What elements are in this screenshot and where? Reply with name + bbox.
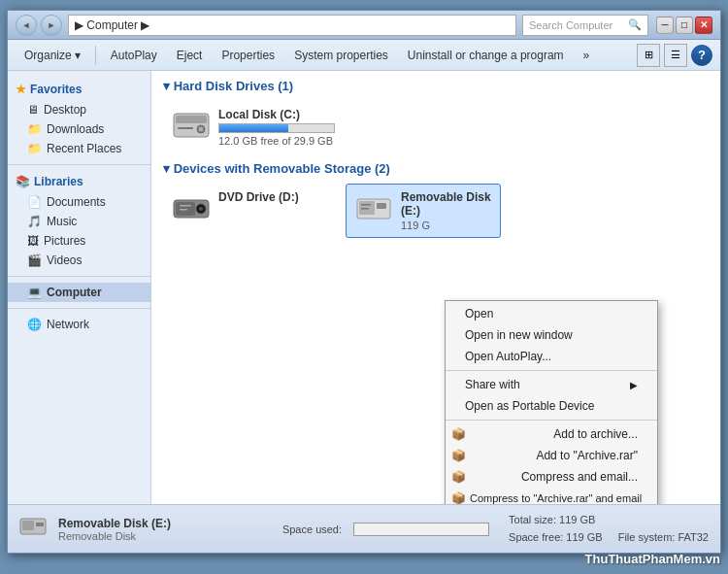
music-icon: 🎵 (27, 215, 42, 228)
breadcrumb[interactable]: ▶ Computer ▶ (68, 15, 516, 36)
main-area: ★ Favorites 🖥 Desktop 📁 Downloads 📁 Rece… (8, 71, 720, 504)
removable-chevron: ▾ (163, 161, 174, 176)
sidebar-item-videos[interactable]: 🎬 Videos (8, 251, 150, 270)
sidebar-item-documents[interactable]: 📄 Documents (8, 192, 150, 212)
status-disk-name: Removable Disk (E:) (58, 517, 271, 530)
breadcrumb-text: ▶ Computer ▶ (75, 18, 149, 32)
removable-disk-item[interactable]: Removable Disk (E:) 119 G (346, 184, 501, 238)
ctx-compress-archive-email[interactable]: 📦 Compress to "Archive.rar" and email (446, 488, 657, 504)
documents-icon: 📄 (27, 195, 42, 209)
sidebar-item-pictures[interactable]: 🖼 Pictures (8, 231, 150, 251)
music-label: Music (47, 215, 77, 228)
winrar-icon-1: 📦 (451, 427, 466, 441)
sidebar-item-computer[interactable]: 💻 Computer (8, 283, 150, 302)
sidebar: ★ Favorites 🖥 Desktop 📁 Downloads 📁 Rece… (8, 71, 151, 504)
hdd-icon (172, 108, 211, 143)
ctx-open-autoplay[interactable]: Open AutoPlay... (446, 346, 657, 367)
local-disk-fill (219, 124, 288, 132)
ctx-sep-2 (446, 420, 657, 421)
favorites-section: ★ Favorites 🖥 Desktop 📁 Downloads 📁 Rece… (8, 79, 150, 158)
window-controls: ─ □ ✕ (656, 17, 712, 34)
sidebar-item-recent[interactable]: 📁 Recent Places (8, 139, 150, 158)
svg-point-3 (199, 127, 203, 131)
removable-disk-info: Removable Disk (E:) 119 G (401, 190, 492, 231)
ctx-open[interactable]: Open (446, 303, 657, 324)
local-disk-item[interactable]: Local Disk (C:) 12.0 GB free of 29.9 GB (163, 101, 709, 153)
view-options-button[interactable]: ⊞ (637, 44, 660, 67)
computer-section: 💻 Computer (8, 283, 150, 302)
status-details: Total size: 119 GB Space free: 119 GB Fi… (509, 512, 709, 546)
organize-chevron: ▾ (75, 49, 81, 62)
pictures-label: Pictures (44, 234, 85, 248)
toolbar-separator-1 (95, 46, 96, 65)
ctx-add-archive-rar[interactable]: 📦 Add to "Archive.rar" (446, 445, 657, 466)
desktop-icon: 🖥 (27, 103, 39, 117)
svg-rect-13 (377, 203, 386, 209)
uninstall-button[interactable]: Uninstall or change a program (399, 45, 573, 66)
computer-icon: 💻 (27, 286, 42, 299)
sidebar-item-music[interactable]: 🎵 Music (8, 212, 150, 231)
close-button[interactable]: ✕ (695, 17, 712, 34)
sidebar-item-network[interactable]: 🌐 Network (8, 315, 150, 334)
sidebar-divider-2 (8, 276, 150, 277)
favorites-header[interactable]: ★ Favorites (8, 79, 150, 100)
search-icon: 🔍 (628, 18, 642, 31)
videos-label: Videos (47, 253, 82, 267)
more-button[interactable]: » (575, 45, 599, 66)
computer-label: Computer (47, 286, 102, 299)
help-button[interactable]: ? (691, 45, 712, 66)
eject-button[interactable]: Eject (168, 45, 212, 66)
svg-rect-1 (176, 116, 207, 123)
autoplay-button[interactable]: AutoPlay (102, 45, 166, 66)
sidebar-item-downloads[interactable]: 📁 Downloads (8, 119, 150, 139)
desktop-label: Desktop (44, 103, 86, 117)
hard-disk-section-title[interactable]: ▾ Hard Disk Drives (1) (163, 79, 709, 93)
ctx-portable-device[interactable]: Open as Portable Device (446, 395, 657, 417)
search-box[interactable]: Search Computer 🔍 (522, 15, 648, 36)
properties-button[interactable]: Properties (213, 45, 283, 66)
dvd-drive-item[interactable]: DVD Drive (D:) (163, 184, 338, 232)
removable-disk-icon (354, 190, 393, 225)
winrar-icon-2: 📦 (451, 449, 466, 462)
pictures-icon: 🖼 (27, 234, 39, 248)
dvd-icon (172, 190, 211, 225)
local-disk-name: Local Disk (C:) (218, 108, 700, 121)
svg-rect-4 (178, 127, 193, 129)
view-toggle-button[interactable]: ☰ (664, 44, 687, 67)
recent-label: Recent Places (47, 142, 121, 155)
ctx-compress-email[interactable]: 📦 Compress and email... (446, 466, 657, 488)
forward-button[interactable]: ► (41, 15, 62, 36)
filesystem-label: File system: FAT32 (618, 529, 709, 547)
ctx-share-with[interactable]: Share with ▶ (446, 374, 657, 395)
sidebar-item-desktop[interactable]: 🖥 Desktop (8, 100, 150, 119)
libraries-label: Libraries (34, 175, 83, 188)
status-space-bar (353, 523, 489, 536)
toolbar-right: ⊞ ☰ ? (637, 44, 712, 67)
system-properties-button[interactable]: System properties (285, 45, 397, 66)
removable-section-title[interactable]: ▾ Devices with Removable Storage (2) (163, 161, 709, 176)
status-space-used-label: Space used: (282, 523, 342, 535)
maximize-button[interactable]: □ (676, 17, 693, 34)
svg-point-8 (199, 207, 203, 211)
svg-rect-14 (361, 204, 371, 206)
ctx-add-archive[interactable]: 📦 Add to archive... (446, 423, 657, 445)
libraries-section: 📚 Libraries 📄 Documents 🎵 Music 🖼 Pictur… (8, 171, 150, 270)
favorites-star-icon: ★ (16, 83, 26, 96)
minimize-button[interactable]: ─ (656, 17, 674, 34)
network-label: Network (47, 318, 89, 331)
ctx-open-new-window[interactable]: Open in new window (446, 324, 657, 346)
organize-button[interactable]: Organize ▾ (16, 45, 89, 66)
downloads-label: Downloads (47, 122, 104, 136)
local-disk-size: 12.0 GB free of 29.9 GB (218, 135, 700, 147)
removable-items-row: DVD Drive (D:) (163, 184, 709, 242)
dvd-drive-name: DVD Drive (D:) (218, 190, 329, 204)
hard-disk-chevron: ▾ (163, 79, 174, 93)
status-disk-type: Removable Disk (58, 530, 271, 542)
content-pane: ▾ Hard Disk Drives (1) Local Disk (C:) (151, 71, 720, 504)
explorer-window: ◄ ► ▶ Computer ▶ Search Computer 🔍 ─ □ ✕… (7, 10, 721, 554)
removable-disk-size: 119 G (401, 219, 492, 231)
libraries-header[interactable]: 📚 Libraries (8, 171, 150, 192)
back-button[interactable]: ◄ (16, 15, 37, 36)
sidebar-divider-1 (8, 164, 150, 165)
winrar-icon-3: 📦 (451, 470, 466, 484)
